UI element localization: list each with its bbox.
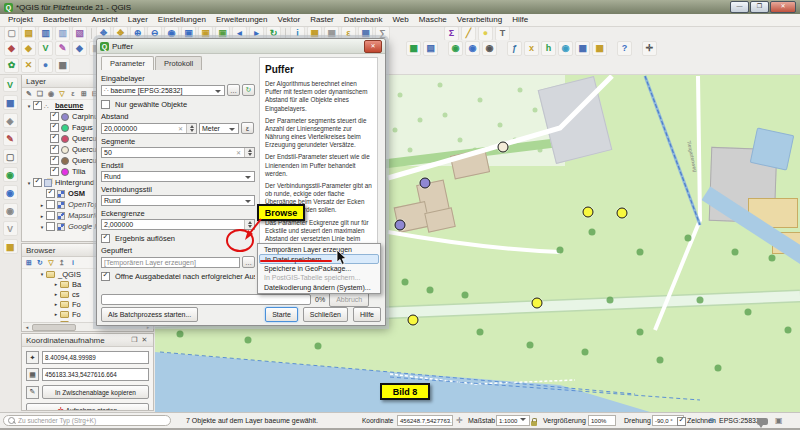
layer-visibility-checkbox[interactable] [46,189,55,198]
annotation-tool-icon[interactable]: ✎ [3,131,18,146]
selected-only-checkbox[interactable] [101,100,110,109]
menu-ansicht[interactable]: Ansicht [87,14,123,26]
ctx-item-temp-layer[interactable]: Temporären Layer erzeugen [259,245,379,254]
maximize-button[interactable]: ❐ [750,1,769,13]
new-geopackage-icon[interactable]: ▦ [3,95,18,110]
save-project-as-icon[interactable]: ▥ [55,26,70,41]
style-dot-icon[interactable]: ● [38,58,53,73]
spinner-arrows[interactable] [186,124,196,133]
new-spatialite-icon[interactable]: ◈ [3,113,18,128]
layer-visibility-checkbox[interactable] [50,123,59,132]
wfs-globe-icon[interactable]: ◉ [482,41,497,56]
menu-web[interactable]: Web [387,14,413,26]
python-console-icon[interactable]: ƒ [507,41,522,56]
layer-visibility-checkbox[interactable] [46,200,55,209]
dialog-close-button[interactable]: ✕ [364,40,382,53]
filter-browser-icon[interactable]: ▽ [46,258,56,268]
layer-visibility-checkbox[interactable] [46,222,55,231]
menu-bearbeiten[interactable]: Bearbeiten [38,14,87,26]
refresh-browser-icon[interactable]: ↻ [35,258,45,268]
close-dialog-button[interactable]: Schließen [303,307,348,322]
lock-scale-icon[interactable] [531,421,537,426]
menu-einstellungen[interactable]: Einstellungen [153,14,211,26]
new-memory-layer-icon[interactable]: ▢ [3,149,18,164]
open-layer-styling-icon[interactable]: ✎ [24,89,34,99]
output-field[interactable]: [Temporären Layer erzeugen] [101,257,240,268]
menu-raster[interactable]: Raster [305,14,339,26]
clear-value-icon[interactable]: ✕ [178,125,185,132]
expand-all-icon[interactable]: ⊞ [79,89,89,99]
scrollbar-thumb[interactable] [32,324,76,331]
vector-tools-icon[interactable]: V [38,41,53,56]
expander-icon[interactable]: ▸ [38,213,46,219]
add-group-icon[interactable]: ❏ [35,89,45,99]
menu-layer[interactable]: Layer [123,14,153,26]
magnifier-field[interactable]: 100% [588,415,616,426]
close-button[interactable]: ✕ [770,1,796,13]
attribute-grid-icon[interactable]: ▦ [406,41,421,56]
map-tips-icon[interactable]: ● [478,26,493,41]
expander-icon[interactable]: ▸ [52,301,60,307]
output-browse-button[interactable]: … [242,256,255,268]
layer-visibility-checkbox[interactable] [50,167,59,176]
add-mesh-layer-icon[interactable]: ◉ [3,203,18,218]
crs-status[interactable]: EPSG:25832 [719,417,760,424]
grid-extra-icon[interactable]: ▦ [592,41,607,56]
layer-visibility-checkbox[interactable] [46,211,55,220]
add-wms-layer-icon[interactable]: ▦ [3,239,18,254]
layer-visibility-checkbox[interactable] [50,145,59,154]
dissolve-checkbox[interactable] [101,234,110,243]
data-defined-override-button[interactable]: ε [241,122,254,134]
dialog-title-bar[interactable]: Q Puffer ✕ [97,39,385,54]
coordinate-field[interactable]: 456248.7,5427763.7 [397,415,453,426]
text-annotation-icon[interactable]: T [495,26,510,41]
start-capture-button[interactable]: ✛ Aufnahme starten [26,403,149,411]
expander-icon[interactable]: ▸ [52,281,60,287]
toolbar-separator[interactable] [285,28,286,39]
globe-grid-icon[interactable]: ◉ [558,41,573,56]
render-checkbox[interactable] [677,417,686,426]
filter-by-expression-icon[interactable]: ε [68,89,78,99]
layer-visibility-checkbox[interactable] [50,134,59,143]
statistical-summary-icon[interactable]: Σ [444,26,459,41]
tab-protokoll[interactable]: Protokoll [155,56,202,70]
layer-visibility-checkbox[interactable] [50,112,59,121]
scroll-left-icon[interactable]: ◂ [23,324,31,330]
menu-datenbank[interactable]: Datenbank [339,14,388,26]
tab-parameter[interactable]: Parameter [101,56,154,70]
iterate-layer-button[interactable]: ↻ [242,84,255,96]
open-output-checkbox[interactable] [101,272,110,281]
menu-verarbeitung[interactable]: Verarbeitung [452,14,507,26]
spinner-arrows[interactable] [244,148,254,157]
layer-visibility-checkbox[interactable] [33,178,42,187]
expander-icon[interactable]: ▾ [38,271,46,277]
cancel-button[interactable]: Abbruch [329,292,369,307]
add-raster-layer-icon[interactable]: ◉ [3,185,18,200]
layer-visibility-checkbox[interactable] [50,156,59,165]
minimize-button[interactable]: — [730,1,749,13]
metasearch-globe-icon[interactable]: ◉ [448,41,463,56]
crosshair-tool-icon[interactable]: ✛ [642,41,657,56]
locator-search-input[interactable]: Zu suchender Typ (Strg+K) [3,415,171,426]
float-panel-icon[interactable]: ❐ [130,336,139,344]
wms-globe-icon[interactable]: ◉ [465,41,480,56]
help-button[interactable]: Hilfe [353,307,381,322]
scale-combo[interactable]: 1:1000 [496,415,530,426]
expander-icon[interactable]: ▸ [38,202,46,208]
print-layout-icon[interactable]: ▧ [72,26,87,41]
menu-vektor[interactable]: Vektor [273,14,306,26]
style-manager-icon[interactable]: ◆ [4,41,19,56]
toolbar-separator[interactable] [91,28,92,39]
copy-to-clipboard-button[interactable]: In Zwischenablage kopieren [42,385,149,399]
collapse-all-icon[interactable]: ↥ [57,258,67,268]
expander-icon[interactable]: ▸ [52,291,60,297]
geometry-tools-icon[interactable]: ◆ [72,41,87,56]
add-delimited-text-icon[interactable]: V [3,221,18,236]
filter-legend-icon[interactable]: ▽ [57,89,67,99]
add-vector-layer-icon[interactable]: ◉ [3,167,18,182]
distance-unit-combo[interactable]: Meter [199,123,239,134]
new-project-icon[interactable]: ▢ [4,26,19,41]
annotation-pen-icon[interactable]: ✎ [55,41,70,56]
html-export-icon[interactable]: h [541,41,556,56]
track-mouse-icon[interactable]: ✎ [26,386,39,399]
